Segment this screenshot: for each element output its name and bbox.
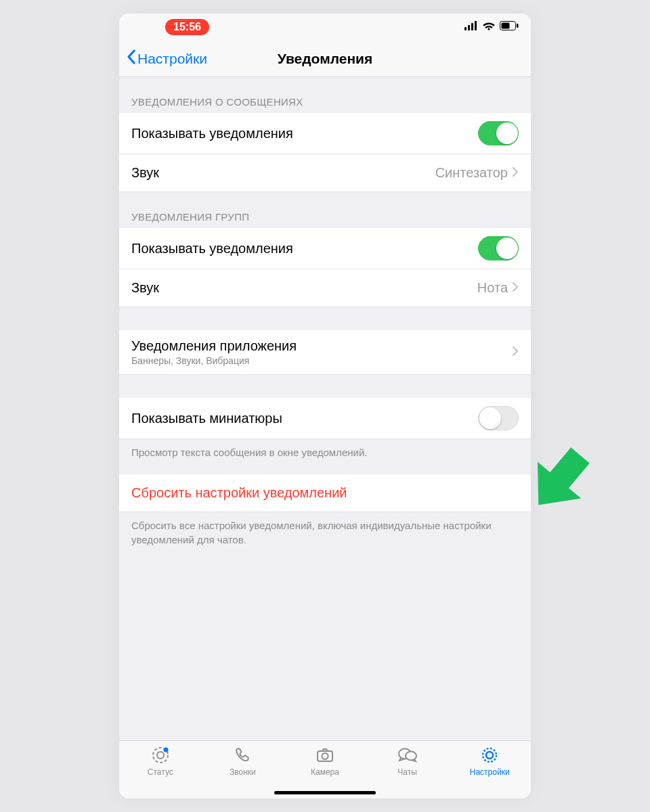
svg-rect-1	[468, 25, 470, 30]
row-value: Синтезатор	[435, 165, 508, 181]
cellular-icon	[464, 21, 478, 33]
row-groups-sound[interactable]: Звук Нота	[119, 269, 531, 307]
status-icon	[150, 745, 171, 765]
tab-settings[interactable]: Настройки	[448, 745, 531, 798]
toggle-show-preview[interactable]	[478, 406, 519, 430]
tab-chats[interactable]: Чаты	[366, 745, 449, 798]
status-time-recording: 15:56	[165, 19, 209, 35]
row-groups-show[interactable]: Показывать уведомления	[119, 228, 531, 269]
section-header-groups: УВЕДОМЛЕНИЯ ГРУПП	[119, 192, 531, 228]
back-button[interactable]: Настройки	[126, 49, 207, 68]
svg-point-14	[483, 748, 496, 762]
gear-icon	[479, 745, 500, 765]
settings-content[interactable]: УВЕДОМЛЕНИЯ О СООБЩЕНИЯХ Показывать увед…	[119, 77, 531, 740]
row-value: Нота	[477, 280, 508, 296]
row-messages-sound[interactable]: Звук Синтезатор	[119, 154, 531, 192]
tab-calls[interactable]: Звонки	[202, 745, 284, 798]
svg-point-11	[322, 753, 328, 759]
tab-bar: Статус Звонки Камера Чаты Настройки	[119, 740, 531, 798]
phone-frame: 15:56 Настройки Уведомления УВЕДОМЛЕНИЯ …	[119, 14, 531, 798]
section-footer-preview: Просмотр текста сообщения в окне уведомл…	[119, 439, 531, 459]
tab-label: Камера	[311, 767, 339, 777]
row-show-preview[interactable]: Показывать миниатюры	[119, 398, 531, 439]
row-label: Показывать уведомления	[131, 241, 293, 256]
row-label: Уведомления приложения	[131, 338, 297, 354]
row-label: Сбросить настройки уведомлений	[131, 485, 347, 501]
chevron-right-icon	[512, 280, 519, 296]
chevron-left-icon	[126, 49, 137, 68]
phone-icon	[232, 745, 253, 765]
back-label: Настройки	[137, 51, 207, 67]
status-bar: 15:56	[119, 14, 531, 41]
toggle-messages-show[interactable]	[478, 121, 519, 145]
row-label: Показывать уведомления	[131, 126, 293, 141]
chevron-right-icon	[512, 165, 519, 181]
row-label: Показывать миниатюры	[131, 411, 282, 426]
row-messages-show[interactable]: Показывать уведомления	[119, 113, 531, 154]
tab-label: Статус	[148, 767, 173, 777]
svg-rect-3	[475, 21, 477, 30]
svg-rect-5	[502, 23, 510, 29]
tab-label: Чаты	[397, 767, 417, 777]
row-app-notifications[interactable]: Уведомления приложения Баннеры, Звуки, В…	[119, 330, 531, 375]
wifi-icon	[482, 21, 496, 33]
svg-rect-6	[517, 24, 519, 28]
tab-status[interactable]: Статус	[119, 745, 202, 798]
tab-label: Настройки	[470, 767, 510, 777]
annotation-arrow-icon	[521, 436, 603, 520]
status-indicators	[464, 21, 519, 33]
row-label: Звук	[131, 165, 159, 181]
row-reset-notifications[interactable]: Сбросить настройки уведомлений	[119, 474, 531, 512]
svg-point-8	[157, 752, 164, 759]
home-indicator[interactable]	[274, 791, 376, 794]
section-footer-reset: Сбросить все настройки уведомлений, вклю…	[119, 512, 531, 547]
svg-rect-0	[464, 27, 467, 30]
svg-point-15	[486, 752, 493, 759]
camera-icon	[315, 745, 335, 765]
tab-label: Звонки	[230, 767, 256, 777]
row-sublabel: Баннеры, Звуки, Вибрация	[131, 355, 297, 366]
chats-icon	[397, 745, 418, 765]
battery-icon	[500, 21, 519, 33]
navigation-bar: Настройки Уведомления	[119, 41, 531, 77]
svg-point-9	[163, 748, 168, 752]
chevron-right-icon	[512, 346, 519, 359]
section-header-messages: УВЕДОМЛЕНИЯ О СООБЩЕНИЯХ	[119, 77, 531, 113]
toggle-groups-show[interactable]	[478, 236, 519, 261]
svg-rect-2	[471, 23, 473, 30]
row-label: Звук	[131, 280, 159, 296]
